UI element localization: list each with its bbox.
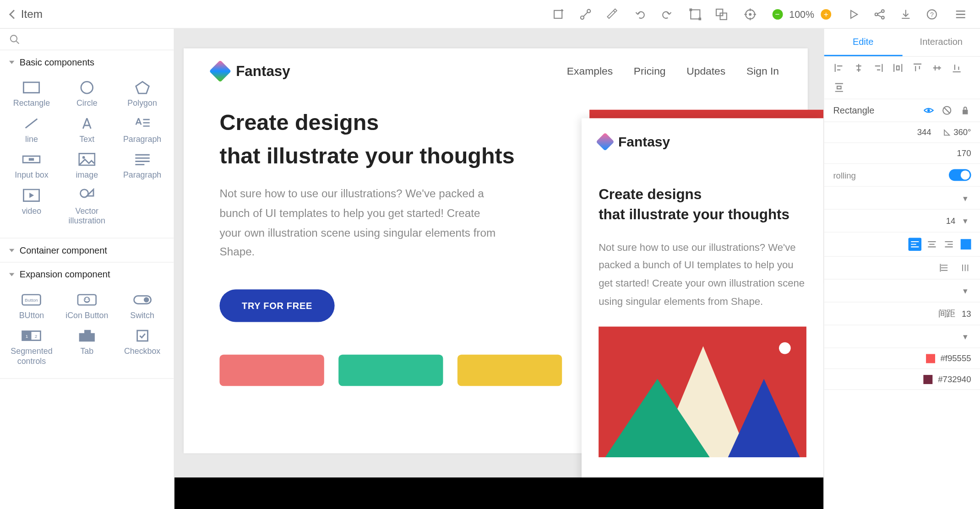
align-middle-icon[interactable] xyxy=(931,62,943,74)
svg-point-17 xyxy=(81,81,93,93)
target-icon[interactable] xyxy=(743,7,757,21)
zoom-in-button[interactable]: + xyxy=(821,9,831,19)
distribute-v-icon[interactable] xyxy=(833,81,845,93)
section-basic-components[interactable]: Basic components xyxy=(0,50,174,74)
line-height-icon[interactable] xyxy=(938,262,950,274)
angle-icon xyxy=(943,128,951,136)
align-top-icon[interactable] xyxy=(912,62,924,74)
align-right-icon[interactable] xyxy=(872,62,884,74)
text-fill-icon[interactable] xyxy=(961,239,971,249)
svg-rect-3 xyxy=(691,10,700,19)
properties-panel: Edite Interaction Rectangle xyxy=(823,29,980,509)
component-paragraph[interactable]: Paragraph xyxy=(114,114,170,147)
bottom-bar xyxy=(174,477,823,509)
brand-name: Fantasy xyxy=(618,134,670,150)
tab-interaction[interactable]: Interaction xyxy=(902,29,980,56)
swatch-2[interactable] xyxy=(338,355,443,386)
component-polygon[interactable]: Polygon xyxy=(114,78,170,111)
chevron-down-icon[interactable]: ▾ xyxy=(959,215,971,227)
spacing-value[interactable]: 13 xyxy=(962,309,971,318)
component-input[interactable]: Input box xyxy=(4,150,60,183)
sidebar-search[interactable] xyxy=(0,29,174,50)
color-swatch-2[interactable] xyxy=(924,374,933,384)
nav-signin[interactable]: Sign In xyxy=(746,65,779,77)
section-container-component[interactable]: Container component xyxy=(0,238,174,262)
zoom-out-button[interactable]: − xyxy=(772,9,783,19)
value-170[interactable]: 170 xyxy=(957,148,971,158)
help-icon[interactable]: ? xyxy=(926,7,939,21)
lock-icon[interactable] xyxy=(959,104,971,116)
undo-icon[interactable] xyxy=(634,7,647,21)
rolling-toggle[interactable] xyxy=(949,169,971,181)
svg-rect-0 xyxy=(554,10,562,18)
text-align-left-icon[interactable] xyxy=(909,238,922,251)
back-button[interactable]: Item xyxy=(5,5,48,23)
redo-icon[interactable] xyxy=(660,7,673,21)
svg-rect-39 xyxy=(963,110,968,114)
zoom-value: 100% xyxy=(789,9,814,20)
font-size-value[interactable]: 14 xyxy=(946,216,956,226)
top-toolbar: Item − 100% + ? xyxy=(0,0,980,29)
component-line[interactable]: line xyxy=(4,114,60,147)
chevron-down-icon[interactable]: ▾ xyxy=(959,192,971,204)
swatch-1[interactable] xyxy=(219,355,324,386)
nav-examples[interactable]: Examples xyxy=(567,65,613,77)
component-icon-button[interactable]: iCon Button xyxy=(59,290,114,324)
search-icon xyxy=(9,34,20,44)
components-sidebar: Basic components Rectangle Circle Polygo… xyxy=(0,29,174,509)
component-video[interactable]: video xyxy=(4,185,60,228)
chevron-down-icon[interactable]: ▾ xyxy=(959,330,971,342)
download-icon[interactable] xyxy=(899,7,913,21)
play-icon[interactable] xyxy=(847,7,860,21)
tab-edit[interactable]: Edite xyxy=(824,29,902,56)
component-image[interactable]: image xyxy=(59,150,114,183)
nav-updates[interactable]: Updates xyxy=(686,65,725,77)
component-switch[interactable]: Switch xyxy=(114,290,170,324)
value-360[interactable]: 360° xyxy=(953,127,971,137)
section-expansion-component[interactable]: Expansion component xyxy=(0,263,174,286)
component-checkbox[interactable]: Checkbox xyxy=(114,326,170,369)
share-icon[interactable] xyxy=(873,7,886,21)
svg-text:2: 2 xyxy=(35,334,38,339)
mobile-hero-subtext: Not sure how to use our illustrations? W… xyxy=(599,238,806,311)
letter-spacing-icon[interactable] xyxy=(959,262,971,274)
rolling-label: rolling xyxy=(833,170,855,180)
component-tab[interactable]: Tab xyxy=(59,326,114,369)
component-button[interactable]: ButtonBUtton xyxy=(4,290,60,324)
color-hex-1[interactable]: #f95555 xyxy=(940,353,971,363)
component-text[interactable]: Text xyxy=(59,114,114,147)
visibility-icon[interactable] xyxy=(923,104,935,116)
new-artboard-icon[interactable] xyxy=(553,7,566,21)
swatch-3[interactable] xyxy=(457,355,562,386)
chevron-down-icon[interactable]: ▾ xyxy=(959,285,971,297)
pen-tool-icon[interactable] xyxy=(605,7,618,21)
chevron-down-icon xyxy=(9,249,14,252)
svg-point-9 xyxy=(749,13,751,16)
component-rectangle[interactable]: Rectangle xyxy=(4,78,60,111)
canvas-area[interactable]: Fantasy Examples Pricing Updates Sign In… xyxy=(174,29,823,509)
group-icon[interactable] xyxy=(689,7,702,21)
prohibit-icon[interactable] xyxy=(941,104,953,116)
svg-point-15 xyxy=(11,35,17,42)
align-center-h-icon[interactable] xyxy=(853,62,865,74)
svg-text:1: 1 xyxy=(26,334,28,339)
align-bottom-icon[interactable] xyxy=(951,62,963,74)
ungroup-icon[interactable] xyxy=(715,7,728,21)
cta-button[interactable]: TRY FOR FREE xyxy=(219,289,334,322)
value-344[interactable]: 344 xyxy=(917,127,931,137)
text-align-center-icon[interactable] xyxy=(926,238,939,251)
color-hex-2[interactable]: #732940 xyxy=(938,374,971,384)
nav-pricing[interactable]: Pricing xyxy=(634,65,666,77)
align-left-icon[interactable] xyxy=(833,62,845,74)
svg-text:Button: Button xyxy=(25,298,38,303)
component-circle[interactable]: Circle xyxy=(59,78,114,111)
component-segmented[interactable]: 12Segmented controls xyxy=(4,326,60,369)
component-vector[interactable]: Vector illustration xyxy=(59,185,114,228)
distribute-h-icon[interactable] xyxy=(892,62,904,74)
menu-icon[interactable] xyxy=(954,7,967,21)
component-paragraph-2[interactable]: Paragraph xyxy=(114,150,170,183)
mobile-preview[interactable]: Fantasy Create designs that illustrate y… xyxy=(582,118,823,509)
color-swatch-1[interactable] xyxy=(926,354,935,363)
text-align-right-icon[interactable] xyxy=(942,238,956,251)
pen-path-icon[interactable] xyxy=(579,7,592,21)
